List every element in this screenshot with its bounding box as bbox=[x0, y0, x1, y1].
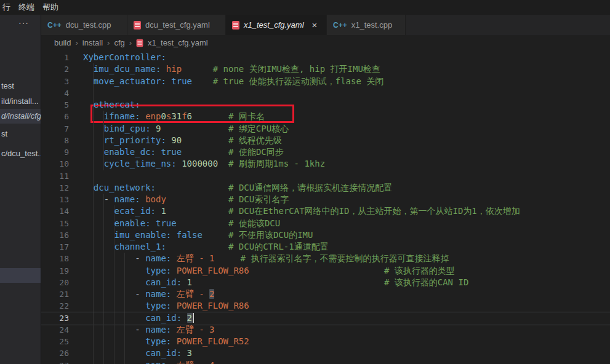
token-k: ecat_id: bbox=[83, 206, 156, 216]
line-number: 15 bbox=[41, 218, 69, 229]
menu-item-1[interactable]: 终端 bbox=[16, 2, 40, 13]
code-line-1[interactable]: 1XyberController: bbox=[41, 52, 610, 64]
token-n: 90 bbox=[166, 135, 182, 145]
code-line-11[interactable]: 11 bbox=[41, 170, 610, 183]
code-line-14[interactable]: 14 ecat_id: 1 # DCU在EtherCAT网络中的ID，从主站开始… bbox=[41, 205, 610, 218]
vscode-window: 行终端帮助 ··· testild/install...d/install/cf… bbox=[0, 0, 610, 364]
sidebar-item-5[interactable] bbox=[0, 268, 41, 283]
yaml-file-icon bbox=[134, 21, 141, 30]
token-c: # 使能DC同步 bbox=[182, 147, 284, 157]
code-line-24[interactable]: 24 - name: 左臂 - 3 bbox=[41, 324, 610, 336]
sidebar-item-3[interactable]: st bbox=[0, 127, 41, 141]
code-line-27[interactable]: 27 - name: 左臂 - 4 bbox=[41, 360, 610, 364]
code-line-12[interactable]: 12 dcu_network: # DCU通信网络，请根据实机连接情况配置 bbox=[41, 182, 610, 194]
breadcrumb-item-install[interactable]: install bbox=[82, 38, 103, 47]
code-line-4[interactable]: 4 bbox=[41, 87, 610, 100]
token-c: # 该执行器的类型 bbox=[249, 266, 455, 275]
tab-x1_test_cfg.yaml[interactable]: x1_test_cfg.yaml× bbox=[226, 15, 327, 35]
token-s: POWER_FLOW_R52 bbox=[171, 336, 249, 346]
line-number: 21 bbox=[41, 288, 69, 300]
code-line-10[interactable]: 10 cycle_time_ns: 1000000 # 刷新周期1ms - 1k… bbox=[41, 158, 610, 170]
token-k: enable_dc: bbox=[83, 147, 156, 157]
code-line-8[interactable]: 8 rt_priority: 90 # 线程优先级 bbox=[41, 135, 610, 147]
tab-label: dcu_test_cfg.yaml bbox=[145, 20, 210, 30]
code-text: imu_dcu_name: hip # none 关闭IMU检查, hip 打开… bbox=[83, 63, 380, 75]
code-line-20[interactable]: 20 can_id: 1 # 该执行器的CAN ID bbox=[41, 277, 610, 289]
line-number: 4 bbox=[41, 87, 69, 99]
sidebar-item-4[interactable]: c/dcu_test... bbox=[0, 146, 41, 161]
line-number: 19 bbox=[41, 265, 69, 277]
editor-tab-bar: C++dcu_test.cppdcu_test_cfg.yamlx1_test_… bbox=[41, 15, 610, 35]
tab-dcu_test_cfg.yaml[interactable]: dcu_test_cfg.yaml bbox=[127, 15, 226, 35]
token-n: 1 bbox=[182, 277, 192, 287]
code-text: enable_dc: true # 使能DC同步 bbox=[83, 146, 284, 158]
line-number: 24 bbox=[41, 324, 69, 336]
close-icon[interactable]: × bbox=[312, 20, 318, 30]
code-text: dcu_network: # DCU通信网络，请根据实机连接情况配置 bbox=[83, 182, 392, 194]
token-k: can_id: bbox=[83, 313, 182, 323]
menu-bar: 行终端帮助 bbox=[0, 0, 610, 15]
menu-item-0[interactable]: 行 bbox=[0, 2, 16, 13]
breadcrumb-item-build[interactable]: build bbox=[54, 38, 71, 47]
code-line-7[interactable]: 7 bind_cpu: 9 # 绑定CPU核心 bbox=[41, 123, 610, 135]
line-number: 7 bbox=[41, 123, 69, 135]
token-s: hip bbox=[161, 64, 182, 74]
code-text: - name: body # DCU索引名字 bbox=[83, 194, 289, 205]
line-number: 3 bbox=[41, 76, 69, 87]
token-k: move_actuator: bbox=[83, 76, 166, 86]
breadcrumb-item-cfg[interactable]: cfg bbox=[114, 38, 124, 47]
menu-item-2[interactable]: 帮助 bbox=[40, 2, 64, 13]
token-c: # 不使用该DCU的IMU bbox=[203, 230, 313, 240]
token-s: POWER_FLOW_R86 bbox=[171, 266, 249, 275]
token-k: ethercat: bbox=[83, 100, 140, 109]
code-line-9[interactable]: 9 enable_dc: true # 使能DC同步 bbox=[41, 146, 610, 159]
code-line-18[interactable]: 18 - name: 左臂 - 1 # 执行器索引名字，不需要控制的执行器可直接… bbox=[41, 253, 610, 265]
tab-dcu_test.cpp[interactable]: C++dcu_test.cpp bbox=[41, 15, 127, 35]
code-text: ifname: enp0s31f6 # 网卡名 bbox=[83, 111, 265, 122]
code-line-13[interactable]: 13 - name: body # DCU索引名字 bbox=[41, 194, 610, 206]
code-line-15[interactable]: 15 enable: true # 使能该DCU bbox=[41, 218, 610, 230]
code-text: XyberController: bbox=[83, 52, 166, 63]
code-text: type: POWER_FLOW_R86 bbox=[83, 300, 249, 312]
code-line-23[interactable]: 23 can_id: 2 bbox=[41, 312, 610, 325]
sidebar-overflow-ellipsis-icon[interactable]: ··· bbox=[18, 18, 29, 28]
token-c: # 网卡名 bbox=[192, 111, 265, 121]
token-s: 左臂 - 1 bbox=[171, 253, 214, 263]
token-k: imu_dcu_name: bbox=[83, 64, 161, 74]
sidebar-item-2[interactable]: d/install/cfg bbox=[0, 109, 41, 124]
breadcrumb-file[interactable]: x1_test_cfg.yaml bbox=[148, 38, 208, 47]
sidebar-item-1[interactable]: ild/install... bbox=[0, 94, 41, 109]
line-number: 25 bbox=[41, 336, 69, 347]
code-line-26[interactable]: 26 can_id: 3 bbox=[41, 347, 610, 360]
code-line-21[interactable]: 21 - name: 左臂 - 2 bbox=[41, 288, 610, 301]
code-line-6[interactable]: 6 ifname: enp0s31f6 # 网卡名 bbox=[41, 111, 610, 123]
code-editor[interactable]: 1XyberController:2 imu_dcu_name: hip # n… bbox=[41, 50, 610, 364]
tab-x1_test.cpp[interactable]: C++x1_test.cpp bbox=[327, 15, 406, 35]
token-k: enable: bbox=[83, 218, 151, 228]
code-line-2[interactable]: 2 imu_dcu_name: hip # none 关闭IMU检查, hip … bbox=[41, 63, 610, 76]
token-n: 1 bbox=[156, 206, 166, 216]
code-text: can_id: 3 bbox=[83, 347, 192, 359]
indent-guide bbox=[93, 87, 94, 100]
code-line-17[interactable]: 17 channel_1: # DCU的CTRL-1通道配置 bbox=[41, 241, 610, 253]
code-line-5[interactable]: 5 ethercat: bbox=[41, 99, 610, 111]
token-k: name: bbox=[145, 289, 171, 299]
token-s: enp bbox=[140, 111, 161, 121]
token-c: # none 关闭IMU检查, hip 打开IMU检查 bbox=[182, 64, 380, 74]
code-line-19[interactable]: 19 type: POWER_FLOW_R86 # 该执行器的类型 bbox=[41, 265, 610, 277]
line-number: 22 bbox=[41, 300, 69, 312]
highlighted-match: 2 bbox=[209, 289, 214, 299]
code-text: cycle_time_ns: 1000000 # 刷新周期1ms - 1khz bbox=[83, 158, 325, 170]
sidebar-item-0[interactable]: test bbox=[0, 79, 41, 93]
token-s: POWER_FLOW_R86 bbox=[171, 301, 249, 311]
token-d: - bbox=[83, 289, 145, 299]
token-s: 左臂 - bbox=[171, 289, 209, 299]
token-b: false bbox=[171, 230, 203, 240]
code-line-16[interactable]: 16 imu_enable: false # 不使用该DCU的IMU bbox=[41, 229, 610, 242]
token-k: ifname: bbox=[83, 111, 140, 121]
code-line-25[interactable]: 25 type: POWER_FLOW_R52 bbox=[41, 336, 610, 348]
line-number: 5 bbox=[41, 99, 69, 111]
line-number: 8 bbox=[41, 135, 69, 146]
code-line-22[interactable]: 22 type: POWER_FLOW_R86 bbox=[41, 300, 610, 312]
code-line-3[interactable]: 3 move_actuator: true # true 使能执行器运动测试，f… bbox=[41, 76, 610, 88]
